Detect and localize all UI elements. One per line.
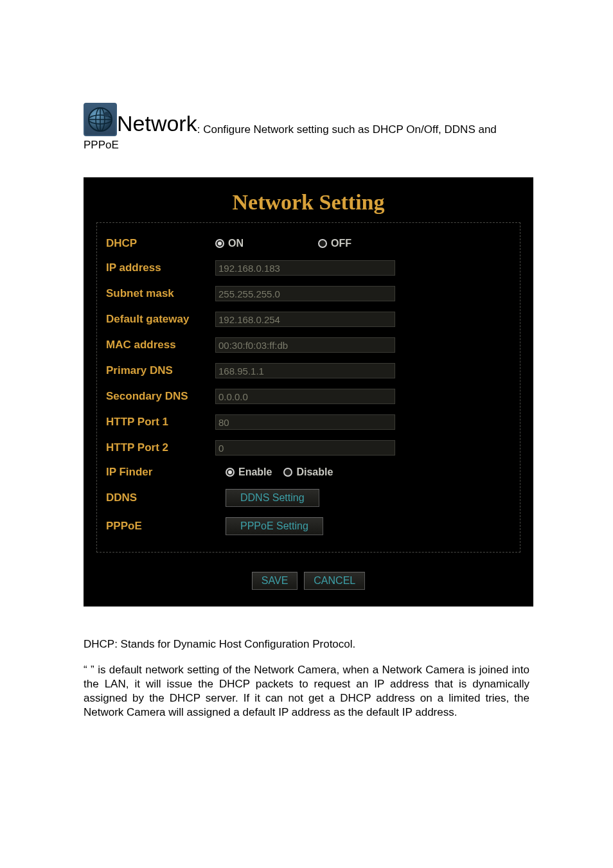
label-ip-address: IP address xyxy=(106,261,215,274)
label-http-port-2: HTTP Port 2 xyxy=(106,441,215,454)
label-subnet-mask: Subnet mask xyxy=(106,287,215,300)
radio-dhcp-off-label: OFF xyxy=(331,238,351,249)
panel-header: Network Setting xyxy=(84,177,533,222)
pppoe-setting-button[interactable]: PPPoE Setting xyxy=(226,517,323,535)
intro-section: Network: Configure Network setting such … xyxy=(84,103,529,152)
label-ddns: DDNS xyxy=(106,492,215,504)
panel-title: Network Setting xyxy=(232,190,384,214)
intro-title: Network xyxy=(117,111,197,136)
save-button[interactable]: SAVE xyxy=(252,572,298,590)
label-http-port-1: HTTP Port 1 xyxy=(106,416,215,429)
radio-ipfinder-disable[interactable]: Disable xyxy=(283,466,333,478)
row-ip-address: IP address xyxy=(103,255,513,281)
row-http-port-1: HTTP Port 1 xyxy=(103,409,513,435)
radio-ipfinder-enable-label: Enable xyxy=(238,466,272,478)
primary-dns-input[interactable] xyxy=(215,363,395,378)
radio-dhcp-on[interactable]: ON xyxy=(215,238,244,249)
row-secondary-dns: Secondary DNS xyxy=(103,384,513,409)
label-ip-finder: IP Finder xyxy=(106,466,215,479)
network-setting-panel: Network Setting DHCP ON OFF xyxy=(84,177,533,607)
default-gateway-input[interactable] xyxy=(215,312,395,327)
network-globe-icon xyxy=(84,103,117,136)
description-p1: DHCP: Stands for Dynamic Host Configurat… xyxy=(84,637,529,651)
row-subnet-mask: Subnet mask xyxy=(103,281,513,306)
panel-footer: SAVE CANCEL xyxy=(84,559,533,607)
radio-dhcp-on-label: ON xyxy=(228,238,244,249)
row-mac-address: MAC address xyxy=(103,332,513,358)
mac-address-input[interactable] xyxy=(215,337,395,353)
http-port-2-input[interactable] xyxy=(215,440,395,456)
ip-address-input[interactable] xyxy=(215,260,395,276)
radio-dot-icon xyxy=(318,239,327,248)
description-p2: “ ” is default network setting of the Ne… xyxy=(84,663,529,720)
svg-point-5 xyxy=(104,112,109,117)
row-primary-dns: Primary DNS xyxy=(103,358,513,384)
row-default-gateway: Default gateway xyxy=(103,306,513,332)
row-ip-finder: IP Finder Enable Disable xyxy=(103,461,513,484)
label-dhcp: DHCP xyxy=(106,237,215,250)
description-text: DHCP: Stands for Dynamic Host Configurat… xyxy=(84,637,529,720)
radio-ipfinder-enable[interactable]: Enable xyxy=(226,466,272,478)
intro-desc-line1: : Configure Network setting such as DHCP… xyxy=(197,123,497,136)
subnet-mask-input[interactable] xyxy=(215,286,395,301)
secondary-dns-input[interactable] xyxy=(215,389,395,404)
row-dhcp: DHCP ON OFF xyxy=(103,232,513,255)
label-primary-dns: Primary DNS xyxy=(106,364,215,377)
http-port-1-input[interactable] xyxy=(215,414,395,430)
radio-dot-icon xyxy=(226,468,235,477)
label-secondary-dns: Secondary DNS xyxy=(106,390,215,403)
label-pppoe: PPPoE xyxy=(106,520,215,533)
cancel-button[interactable]: CANCEL xyxy=(304,572,365,590)
panel-body: DHCP ON OFF IP address xyxy=(96,222,520,553)
ddns-setting-button[interactable]: DDNS Setting xyxy=(226,489,319,507)
row-ddns: DDNS DDNS Setting xyxy=(103,484,513,512)
label-default-gateway: Default gateway xyxy=(106,313,215,326)
row-http-port-2: HTTP Port 2 xyxy=(103,435,513,461)
radio-ipfinder-disable-label: Disable xyxy=(296,466,333,478)
radio-dot-icon xyxy=(215,239,224,248)
radio-dot-icon xyxy=(283,468,292,477)
intro-desc-line2: PPPoE xyxy=(84,139,529,152)
label-mac-address: MAC address xyxy=(106,339,215,351)
radio-dhcp-off[interactable]: OFF xyxy=(318,238,351,249)
row-pppoe: PPPoE PPPoE Setting xyxy=(103,512,513,540)
